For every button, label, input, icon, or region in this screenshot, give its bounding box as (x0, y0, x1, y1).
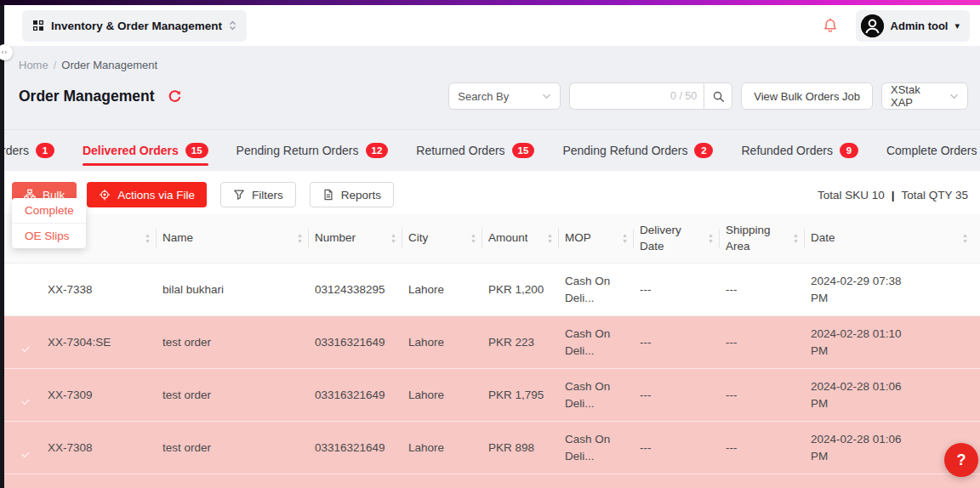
cell-name: test order (162, 440, 315, 457)
tab-pending-return-orders[interactable]: Pending Return Orders 12 (236, 130, 389, 171)
app-switcher-button[interactable]: Inventory & Order Management (22, 10, 247, 42)
cell-delivery-date: --- (640, 334, 726, 351)
search-icon (712, 90, 725, 103)
table-row: XX-7308test order03316321649LahorePKR 89… (0, 422, 980, 474)
actions-via-file-button[interactable]: Actions via File (87, 182, 207, 207)
cell-shipping-area: --- (726, 281, 811, 298)
avatar (861, 14, 884, 37)
sorter-icon: ▲ ▼ (793, 233, 799, 243)
column-header-number[interactable]: Number ▲ ▼ (315, 214, 408, 263)
column-label: MOP (565, 230, 591, 246)
tab-rders[interactable]: rders 1 (2, 130, 54, 171)
cell-delivery-date: --- (640, 387, 726, 404)
up-down-chevrons-icon (229, 20, 236, 31)
column-header-shipping-area[interactable]: Shipping Area ▲ ▼ (726, 214, 811, 263)
bulk-menu-item-oe-slips[interactable]: OE Slips (12, 224, 86, 248)
table-row: XX-7307test order03316321649LahorePKR 1,… (0, 474, 980, 488)
tabs-list: rders 1 Delivered Orders 15 Pending Retu… (2, 130, 980, 171)
column-label: City (408, 230, 428, 246)
bulk-dropdown-menu: CompleteOE Slips (12, 198, 86, 248)
tab-count-badge: 15 (185, 143, 208, 159)
search-counter: 0 / 50 (670, 90, 697, 102)
cell-name: bilal bukhari (162, 281, 315, 298)
column-header-delivery-date[interactable]: Delivery Date ▲ ▼ (640, 214, 726, 263)
search-by-value: Search By (458, 90, 509, 103)
cell-number: 03316321649 (315, 440, 408, 457)
tab-label: Delivered Orders (83, 144, 179, 157)
cell-id: XX-7308 (48, 440, 162, 457)
search-input[interactable] (577, 90, 670, 103)
help-button[interactable]: ? (944, 443, 978, 477)
tab-returned-orders[interactable]: Returned Orders 15 (416, 130, 534, 171)
cell-number: 03316321649 (315, 387, 408, 404)
search-button[interactable] (704, 82, 732, 110)
tab-pending-refund-orders[interactable]: Pending Refund Orders 2 (562, 130, 713, 171)
breadcrumb-home[interactable]: Home (19, 59, 48, 71)
tab-complete-orders[interactable]: Complete Orders 31 (886, 130, 980, 171)
column-label: Amount (488, 230, 528, 246)
sorter-icon: ▲ ▼ (962, 233, 968, 243)
column-header-city[interactable]: City ▲ ▼ (408, 214, 488, 263)
refresh-icon[interactable] (168, 88, 183, 104)
column-label: Number (315, 230, 356, 246)
actions-label: Actions via File (117, 189, 195, 201)
sorter-icon: ▲ ▼ (145, 233, 151, 243)
tab-delivered-orders[interactable]: Delivered Orders 15 (83, 130, 208, 171)
tab-label: Returned Orders (416, 144, 504, 157)
page-head: Home / Order Management Order Management… (0, 46, 980, 130)
caret-down-icon: ▾ (954, 21, 960, 31)
orders-card: Bulk Actions via File Filters Reports To… (0, 171, 980, 488)
table-row: XX-7338bilal bukhari03124338295LahorePKR… (0, 264, 980, 316)
cell-name: test order (162, 387, 315, 404)
cell-id: XX-7338 (48, 281, 162, 298)
cell-number: 03124338295 (315, 281, 408, 298)
sorter-icon: ▲ ▼ (622, 233, 628, 243)
filters-label: Filters (252, 189, 283, 201)
filters-button[interactable]: Filters (220, 182, 296, 207)
app-switcher-label: Inventory & Order Management (51, 20, 222, 32)
tab-count-badge: 9 (840, 143, 858, 159)
cell-id: XX-7304:SE (48, 334, 162, 351)
column-label: Name (162, 230, 193, 246)
cell-city: Lahore (408, 334, 488, 351)
breadcrumb-current: Order Management (61, 59, 157, 71)
tab-label: Complete Orders (886, 144, 977, 157)
cell-date: 2024-02-28 01:10 PM (811, 326, 980, 359)
totals-divider: | (892, 189, 895, 201)
column-header-date[interactable]: Date ▲ ▼ (811, 214, 980, 263)
cell-mop: Cash On Deli... (565, 378, 640, 411)
view-bulk-orders-job-button[interactable]: View Bulk Orders Job (741, 82, 873, 110)
cell-mop: Cash On Deli... (565, 326, 640, 359)
column-header-amount[interactable]: Amount ▲ ▼ (488, 214, 565, 263)
column-label: Delivery Date (640, 223, 703, 253)
reports-label: Reports (341, 189, 381, 201)
breadcrumb: Home / Order Management (19, 57, 968, 72)
sorter-icon: ▲ ▼ (390, 233, 396, 243)
totals-summary: Total SKU 10 | Total QTY 35 (818, 189, 968, 201)
table-row: XX-7304:SEtest order03316321649LahorePKR… (0, 316, 980, 369)
tab-label: Refunded Orders (741, 144, 832, 157)
cell-amount: PKR 898 (488, 440, 565, 457)
cell-shipping-area: --- (726, 334, 811, 351)
funnel-icon (233, 189, 245, 201)
cell-amount: PKR 1,200 (488, 281, 565, 298)
cell-amount: PKR 1,795 (488, 387, 565, 404)
appstore-icon (32, 20, 44, 31)
cell-date: 2024-02-29 07:38 PM (811, 273, 980, 306)
search-by-select[interactable]: Search By (448, 82, 561, 110)
notification-bell-icon[interactable] (818, 14, 842, 37)
column-header-name[interactable]: Name ▲ ▼ (162, 214, 315, 263)
tab-label: rders (2, 144, 29, 157)
cell-mop: Cash On Deli... (565, 484, 640, 488)
channel-select[interactable]: XStak XAP (881, 82, 968, 110)
cell-city: Lahore (408, 281, 488, 298)
table-body: XX-7338bilal bukhari03124338295LahorePKR… (0, 264, 980, 488)
column-header-mop[interactable]: MOP ▲ ▼ (565, 214, 640, 263)
reports-button[interactable]: Reports (310, 182, 394, 207)
user-menu-button[interactable]: Admin tool ▾ (856, 10, 970, 42)
tab-refunded-orders[interactable]: Refunded Orders 9 (741, 130, 858, 171)
tab-count-badge: 12 (366, 143, 389, 159)
page-title: Order Management (19, 88, 154, 105)
chevron-down-icon (949, 94, 959, 99)
bulk-menu-item-complete[interactable]: Complete (12, 198, 86, 224)
